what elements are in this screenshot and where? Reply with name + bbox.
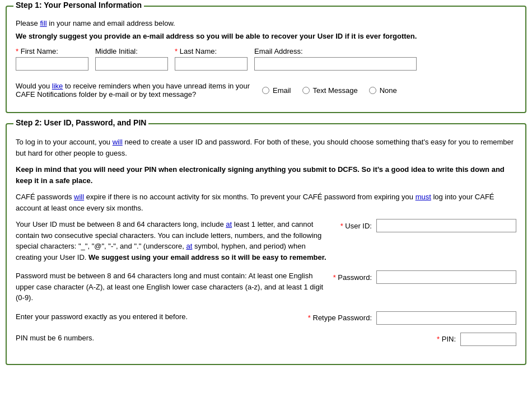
last-name-label: * Last Name: [175, 47, 248, 55]
password-field-group: * Password: [333, 270, 516, 284]
email-radio-label: Email [273, 86, 291, 95]
first-name-label: * First Name: [16, 47, 88, 55]
email-radio[interactable] [262, 87, 269, 94]
last-name-input[interactable] [175, 57, 248, 71]
userid-field-group: * User ID: [337, 219, 516, 232]
first-name-group: * First Name: [16, 47, 88, 71]
retype-desc: Enter your password exactly as you enter… [16, 311, 302, 322]
email-label: Email Address: [254, 47, 417, 55]
reminder-row: Would you like to receive reminders when… [16, 78, 516, 102]
personal-fields-row: * First Name: Middle Initial: * Last Nam… [16, 47, 516, 71]
retype-label: * Retype Password: [308, 314, 372, 322]
pin-row: PIN must be 6 numbers. * PIN: [16, 333, 516, 346]
reminder-text: Would you like to receive reminders when… [16, 82, 251, 99]
none-radio-label: None [380, 86, 397, 95]
retype-input[interactable] [376, 311, 516, 325]
middle-initial-group: Middle Initial: [95, 47, 168, 71]
retype-field-group: * Retype Password: [308, 311, 516, 325]
pin-desc: PIN must be 6 numbers. [16, 333, 332, 344]
password-desc: Password must be between 8 and 64 charac… [16, 270, 328, 303]
step2-para1: To log in to your account, you will need… [16, 137, 516, 158]
step1-title: Step 1: Your Personal Information [13, 1, 144, 10]
password-row: Password must be between 8 and 64 charac… [16, 270, 516, 303]
retype-row: Enter your password exactly as you enter… [16, 311, 516, 325]
password-input[interactable] [376, 270, 516, 284]
pin-field-group: * PIN: [337, 333, 516, 346]
text-radio-label: Text Message [313, 86, 358, 95]
step1-intro1: Please fill in your name and email addre… [16, 19, 516, 27]
pin-label: * PIN: [437, 335, 456, 343]
none-radio[interactable] [369, 87, 376, 94]
userid-row: Your User ID must be between 8 and 64 ch… [16, 219, 516, 263]
first-name-input[interactable] [16, 57, 88, 71]
step2-section: Step 2: User ID, Password, and PIN To lo… [6, 123, 526, 365]
text-radio-group: Text Message [302, 86, 358, 95]
none-radio-group: None [369, 86, 397, 95]
step1-intro2: We strongly suggest you provide an e-mai… [16, 32, 516, 40]
userid-label: * User ID: [340, 222, 372, 230]
text-radio[interactable] [302, 87, 310, 94]
last-name-group: * Last Name: [175, 47, 248, 71]
userid-desc: Your User ID must be between 8 and 64 ch… [16, 219, 332, 263]
step2-para3: CAFÉ passwords will expire if there is n… [16, 191, 516, 213]
step2-para2: Keep in mind that you will need your PIN… [16, 164, 516, 186]
step2-title: Step 2: User ID, Password, and PIN [13, 118, 148, 127]
middle-initial-label: Middle Initial: [95, 47, 168, 55]
email-input[interactable] [254, 57, 417, 71]
password-label: * Password: [333, 273, 372, 282]
pin-input[interactable] [460, 333, 516, 346]
email-radio-group: Email [262, 86, 291, 95]
step1-section: Step 1: Your Personal Information Please… [6, 6, 526, 113]
middle-initial-input[interactable] [95, 57, 168, 71]
userid-input[interactable] [376, 219, 516, 232]
email-group: Email Address: [254, 47, 417, 71]
